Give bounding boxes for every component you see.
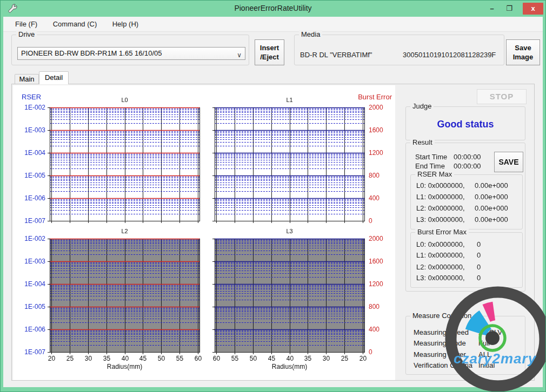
rser-max-l1-value: 0.00e+000 (475, 193, 508, 201)
burst-error-axis-label: Burst Error (358, 93, 392, 101)
save-image-label-line1: Save (507, 43, 540, 52)
media-group: Media BD-R DL "VERBATIMf" 30050110191012… (294, 35, 504, 65)
tab-detail[interactable]: Detail (39, 71, 69, 84)
verification-criteria-value: Initial (478, 361, 495, 369)
result-group: Result Start Time 00:00:00 End Time 00:0… (405, 143, 525, 292)
measuring-speed-value: 2X CLV (478, 328, 502, 336)
window-title: PioneerErrorRateUtility (1, 4, 545, 12)
maximize-button[interactable]: ❐ (501, 3, 517, 15)
measuring-mode-value: Full (478, 339, 490, 347)
error-rate-charts-canvas (13, 85, 395, 380)
measuring-speed-label: Measuring Speed (414, 328, 469, 336)
rser-max-l1-label: L1: 0x0000000, (416, 193, 465, 201)
media-id-text: 30050110191012081128239F (403, 51, 496, 59)
measuring-layer-value: ALL (478, 350, 491, 359)
client-area: Drive PIONEER BD-RW BDR-PR1M 1.65 16/10/… (3, 32, 543, 387)
insert-eject-label-line1: Insert (255, 43, 284, 52)
judge-group-label: Judge (410, 102, 434, 110)
menu-file[interactable]: File (F) (9, 17, 44, 28)
drive-group: Drive PIONEER BD-RW BDR-PR1M 1.65 16/10/… (11, 35, 249, 65)
rser-max-l3-value: 0.00e+000 (475, 215, 508, 224)
result-group-label: Result (410, 138, 435, 146)
title-bar: PioneerErrorRateUtility – ❐ x (1, 1, 545, 17)
rser-max-group-label: RSER Max (415, 170, 454, 178)
burst-max-l1-label: L1: 0x0000000, (416, 251, 465, 259)
verification-criteria-label: Verification Criteria (414, 361, 472, 369)
rser-max-l0-label: L0: 0x0000000, (416, 181, 465, 190)
stop-button[interactable]: STOP (477, 89, 527, 104)
menu-command[interactable]: Command (C) (46, 17, 104, 28)
save-button[interactable]: SAVE (494, 152, 523, 172)
insert-eject-label-line2: /Eject (255, 52, 284, 62)
drive-select[interactable]: PIONEER BD-RW BDR-PR1M 1.65 16/10/05 ∨ (17, 47, 245, 60)
measure-condition-group: Measure Condition Measuring Speed 2X CLV… (405, 316, 525, 375)
measuring-mode-label: Measuring Mode (414, 339, 466, 347)
burst-error-max-group: Burst Error Max L0: 0x0000000, 0 L1: 0x0… (410, 232, 523, 288)
rser-max-l2-label: L2: 0x0000000, (416, 204, 465, 212)
chevron-down-icon: ∨ (237, 49, 242, 60)
save-image-button[interactable]: Save Image (506, 39, 540, 65)
tab-main[interactable]: Main (15, 74, 39, 84)
burst-max-l3-label: L3: 0x0000000, (416, 274, 465, 282)
insert-eject-button[interactable]: Insert /Eject (255, 39, 284, 65)
detail-tab-page: RSER Burst Error STOP Judge Good status … (11, 84, 535, 381)
measure-condition-group-label: Measure Condition (410, 312, 474, 320)
start-time-label: Start Time (415, 153, 447, 161)
minimize-button[interactable]: – (484, 3, 500, 15)
media-group-label: Media (299, 30, 322, 38)
burst-max-l2-label: L2: 0x0000000, (416, 263, 465, 271)
burst-error-max-group-label: Burst Error Max (415, 228, 469, 236)
rser-max-l3-label: L3: 0x0000000, (416, 215, 465, 224)
app-window: PioneerErrorRateUtility – ❐ x File (F) C… (0, 0, 546, 392)
burst-max-l3-value: 0 (477, 274, 481, 282)
judge-status-text: Good status (406, 119, 525, 130)
end-time-value: 00:00:00 (454, 162, 481, 170)
menu-help[interactable]: Help (H) (106, 17, 145, 28)
burst-max-l1-value: 0 (477, 251, 481, 259)
judge-group: Judge Good status (405, 106, 525, 140)
end-time-label: End Time (415, 162, 445, 170)
rser-axis-label: RSER (22, 93, 41, 101)
chart-panel: RSER Burst Error (13, 85, 395, 380)
rser-max-group: RSER Max L0: 0x0000000, 0.00e+000 L1: 0x… (410, 174, 523, 229)
start-time-value: 00:00:00 (454, 153, 481, 161)
burst-max-l2-value: 0 (477, 263, 481, 271)
measuring-layer-label: Measuring Layer (414, 350, 466, 359)
menu-bar: File (F) Command (C) Help (H) (3, 17, 543, 32)
media-type-text: BD-R DL "VERBATIMf" (300, 51, 372, 59)
close-button[interactable]: x (523, 3, 543, 15)
rser-max-l0-value: 0.00e+000 (475, 181, 508, 190)
burst-max-l0-value: 0 (477, 240, 481, 248)
drive-group-label: Drive (16, 30, 37, 38)
save-image-label-line2: Image (507, 52, 540, 62)
drive-selected-value: PIONEER BD-RW BDR-PR1M 1.65 16/10/05 (21, 49, 162, 57)
burst-max-l0-label: L0: 0x0000000, (416, 240, 465, 248)
rser-max-l2-value: 0.00e+000 (475, 204, 508, 212)
